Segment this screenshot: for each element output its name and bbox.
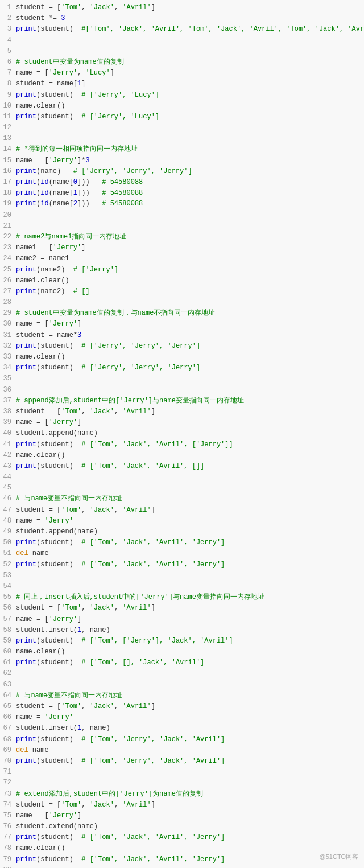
- line-number: 11: [0, 112, 16, 122]
- code-line: 19print(id(name[2])) # 54580088: [0, 199, 364, 209]
- line-content: print(id(name[1])) # 54580088: [16, 188, 359, 199]
- line-number: 76: [0, 821, 16, 832]
- line-content: student = ['Tom', 'Jack', 'Avril']: [16, 800, 359, 811]
- line-number: 61: [0, 657, 16, 668]
- line-number: 55: [0, 592, 16, 603]
- code-line: 62: [0, 668, 364, 679]
- code-line: 58student.insert(1, name): [0, 625, 364, 636]
- line-number: 71: [0, 767, 16, 778]
- line-number: 66: [0, 712, 16, 723]
- code-line: 50print(student) # ['Tom', 'Jack', 'Avri…: [0, 537, 364, 548]
- line-content: print(student) # ['Jerry', 'Lucy']: [16, 90, 359, 101]
- line-content: print(student) # ['Tom', 'Jerry', 'Jack'…: [16, 756, 359, 767]
- line-content: student.append(name): [16, 428, 359, 439]
- code-line: 1student = ['Tom', 'Jack', 'Avril']: [0, 2, 364, 13]
- line-content: student = ['Tom', 'Jack', 'Avril']: [16, 2, 359, 13]
- line-number: 30: [0, 319, 16, 330]
- code-line: 71: [0, 767, 364, 778]
- line-content: name = ['Jerry']: [16, 417, 359, 428]
- line-content: print(student) # ['Tom', 'Jerry', 'Jack'…: [16, 734, 359, 745]
- line-number: 52: [0, 560, 16, 570]
- line-content: print(student) # ['Tom', 'Jack', 'Avril'…: [16, 832, 359, 843]
- line-content: print(student) # ['Tom', 'Jack', 'Avril'…: [16, 854, 359, 865]
- line-content: student.append(name): [16, 526, 359, 537]
- code-line: 42name.clear(): [0, 450, 364, 461]
- code-line: 74student = ['Tom', 'Jack', 'Avril']: [0, 800, 364, 811]
- line-number: 38: [0, 406, 16, 417]
- code-line: 66name = 'Jerry': [0, 712, 364, 723]
- code-line: 76student.extend(name): [0, 821, 364, 832]
- code-line: 21: [0, 221, 364, 232]
- code-line: 77print(student) # ['Tom', 'Jack', 'Avri…: [0, 832, 364, 843]
- line-content: # append添加后,student中的['Jerry']与name变量指向同…: [16, 396, 359, 406]
- code-line: 78name.clear(): [0, 843, 364, 854]
- code-line: 31student = name*3: [0, 330, 364, 341]
- code-line: 34print(student) # ['Jerry', 'Jerry', 'J…: [0, 363, 364, 373]
- line-number: 21: [0, 221, 16, 232]
- line-number: 15: [0, 155, 16, 166]
- line-number: 45: [0, 483, 16, 493]
- code-line: 59print(student) # ['Tom', ['Jerry'], 'J…: [0, 636, 364, 647]
- code-line: 25print(name2) # ['Jerry']: [0, 265, 364, 275]
- code-line: 38student = ['Tom', 'Jack', 'Avril']: [0, 406, 364, 417]
- code-line: 6# student中变量为name值的复制: [0, 57, 364, 68]
- code-line: 18print(id(name[1])) # 54580088: [0, 188, 364, 199]
- code-line: 41print(student) # ['Tom', 'Jack', 'Avri…: [0, 439, 364, 450]
- line-number: 80: [0, 865, 16, 868]
- line-content: name.clear(): [16, 450, 359, 461]
- code-line: 55# 同上，insert插入后,student中的['Jerry']与name…: [0, 592, 364, 603]
- code-line: 7name = ['Jerry', 'Lucy']: [0, 68, 364, 79]
- line-content: student = ['Tom', 'Jack', 'Avril']: [16, 505, 359, 516]
- code-line: 39name = ['Jerry']: [0, 417, 364, 428]
- code-line: 28: [0, 297, 364, 308]
- line-number: 59: [0, 636, 16, 647]
- line-number: 1: [0, 2, 16, 13]
- line-number: 79: [0, 854, 16, 865]
- code-line: 11print(student) # ['Jerry', 'Lucy']: [0, 112, 364, 122]
- code-line: 73# extend添加后,student中的['Jerry']为name值的复…: [0, 789, 364, 800]
- line-number: 48: [0, 516, 16, 526]
- code-line: 5: [0, 46, 364, 57]
- line-number: 16: [0, 166, 16, 177]
- line-content: print(student) # ['Tom', ['Jerry'], 'Jac…: [16, 636, 359, 647]
- line-content: name = ['Jerry']: [16, 614, 359, 625]
- line-number: 75: [0, 811, 16, 821]
- line-content: print(id(name[0])) # 54580088: [16, 177, 359, 188]
- code-line: 32print(student) # ['Jerry', 'Jerry', 'J…: [0, 341, 364, 352]
- line-content: student.insert(1, name): [16, 723, 359, 734]
- line-content: # student中变量为name值的复制，与name不指向同一内存地址: [16, 308, 359, 319]
- line-number: 6: [0, 57, 16, 68]
- line-content: name2 = name1: [16, 253, 359, 264]
- code-line: 46# 与name变量不指向同一内存地址: [0, 493, 364, 504]
- code-line: 14# *得到的每一相同项指向同一内存地址: [0, 144, 364, 155]
- line-number: 47: [0, 505, 16, 516]
- line-number: 44: [0, 472, 16, 483]
- code-line: 29# student中变量为name值的复制，与name不指向同一内存地址: [0, 308, 364, 319]
- code-line: 40student.append(name): [0, 428, 364, 439]
- line-number: 39: [0, 417, 16, 428]
- line-number: 78: [0, 843, 16, 854]
- code-line: 47student = ['Tom', 'Jack', 'Avril']: [0, 505, 364, 516]
- line-number: 14: [0, 144, 16, 155]
- line-content: student = ['Tom', 'Jack', 'Avril']: [16, 406, 359, 417]
- code-line: 60name.clear(): [0, 647, 364, 657]
- code-line: 26name1.clear(): [0, 275, 364, 286]
- line-number: 23: [0, 242, 16, 253]
- line-number: 10: [0, 101, 16, 112]
- code-container: 1student = ['Tom', 'Jack', 'Avril']2stud…: [0, 0, 364, 868]
- line-content: print(student) # ['Tom', [], 'Jack', 'Av…: [16, 657, 359, 668]
- line-content: name.clear(): [16, 843, 359, 854]
- line-content: name = 'Jerry': [16, 712, 359, 723]
- line-number: 65: [0, 701, 16, 712]
- line-number: 12: [0, 122, 16, 133]
- line-content: print(student) # ['Tom', 'Jack', 'Avril'…: [16, 461, 359, 472]
- code-line: 20: [0, 210, 364, 221]
- line-content: student = ['Tom', 'Jack', 'Avril']: [16, 701, 359, 712]
- line-number: 57: [0, 614, 16, 625]
- line-number: 56: [0, 603, 16, 614]
- line-number: 29: [0, 308, 16, 319]
- code-line: 57name = ['Jerry']: [0, 614, 364, 625]
- line-content: student.insert(1, name): [16, 625, 359, 636]
- code-line: 75name = ['Jerry']: [0, 811, 364, 821]
- code-line: 69del name: [0, 745, 364, 756]
